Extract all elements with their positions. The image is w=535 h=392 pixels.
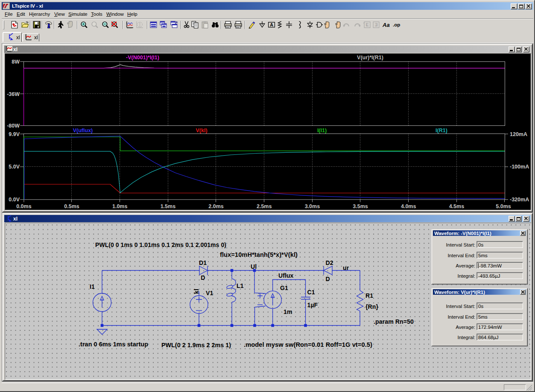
svg-text:-80W: -80W [7, 123, 20, 129]
svg-text:V(ur)*I(R1): V(ur)*I(R1) [357, 55, 383, 61]
svg-text:{Rn}: {Rn} [365, 303, 378, 310]
svg-text:4.5ms: 4.5ms [449, 203, 464, 209]
svg-text:kl: kl [193, 289, 200, 294]
svg-text:PWL(0 2 1.9ms 2 2ms 1): PWL(0 2 1.9ms 2 2ms 1) [161, 342, 231, 348]
svg-text:flux=10mH*tanh(5*x)*V(kl): flux=10mH*tanh(5*x)*V(kl) [220, 251, 298, 258]
svg-text:G1: G1 [280, 285, 288, 291]
svg-text:2.5ms: 2.5ms [257, 203, 272, 209]
svg-text:I(R1): I(R1) [436, 128, 447, 134]
svg-text:0.5ms: 0.5ms [64, 203, 79, 209]
svg-text:D2: D2 [325, 259, 333, 266]
svg-text:5.0ms: 5.0ms [496, 203, 511, 209]
svg-text:.tran 0 6ms 1ms startup: .tran 0 6ms 1ms startup [79, 341, 148, 348]
svg-text:D1: D1 [199, 259, 207, 266]
svg-text:L1: L1 [237, 282, 244, 289]
svg-text:E: E [374, 22, 377, 27]
svg-text:2.0ms: 2.0ms [208, 203, 223, 209]
svg-text:.param Rn=50: .param Rn=50 [374, 318, 414, 325]
svg-text:E: E [365, 22, 368, 27]
svg-text:PWL(0 0 1ms 0 1.01ms 0.1 2ms 0: PWL(0 0 1ms 0 1.01ms 0.1 2ms 0.1 2.001ms… [95, 241, 226, 248]
svg-text:V(uflux): V(uflux) [73, 128, 93, 134]
svg-text:-V(N001)*I(I1): -V(N001)*I(I1) [126, 55, 159, 61]
svg-text:1.5ms: 1.5ms [161, 203, 175, 209]
svg-text:ur: ur [343, 264, 349, 271]
svg-text:-320mA: -320mA [510, 197, 529, 203]
svg-text:0.0ms: 0.0ms [16, 203, 31, 209]
svg-text:1µF: 1µF [307, 302, 318, 308]
svg-text:I(I1): I(I1) [317, 128, 327, 134]
svg-text:V1: V1 [206, 290, 213, 296]
svg-text:R1: R1 [365, 292, 373, 299]
svg-text:Uflux: Uflux [278, 272, 294, 279]
svg-text:8W: 8W [12, 59, 20, 65]
svg-text:-100mA: -100mA [510, 164, 529, 170]
svg-text:I1: I1 [90, 283, 95, 290]
svg-text:Ul: Ul [251, 263, 257, 270]
svg-text:3.5ms: 3.5ms [353, 203, 368, 209]
svg-text:1m: 1m [284, 308, 292, 315]
svg-text:4.0ms: 4.0ms [401, 203, 416, 209]
svg-text:5.0V: 5.0V [9, 164, 20, 170]
svg-text:120mA: 120mA [510, 131, 527, 137]
svg-text:C1: C1 [307, 289, 315, 296]
svg-text:3.0ms: 3.0ms [305, 203, 320, 209]
svg-text:1.0ms: 1.0ms [112, 203, 127, 209]
svg-text:D: D [201, 274, 205, 281]
svg-text:A: A [270, 22, 273, 27]
svg-text:-36W: -36W [7, 91, 20, 97]
svg-text:0.0V: 0.0V [9, 197, 20, 203]
svg-text:.model mysw sw(Ron=0.01 Roff=1: .model mysw sw(Ron=0.01 Roff=1G vt=0.5) [244, 341, 372, 348]
svg-text:V(kl): V(kl) [196, 128, 207, 134]
svg-text:9.9V: 9.9V [9, 131, 20, 137]
svg-text:D: D [325, 276, 330, 282]
